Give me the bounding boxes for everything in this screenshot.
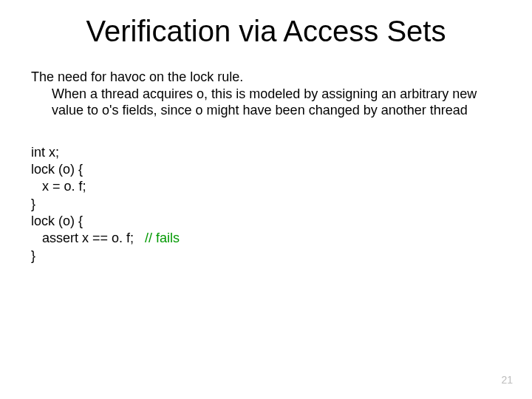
code-line-4: } bbox=[31, 196, 532, 213]
code-line-5: lock (o) { bbox=[31, 213, 532, 230]
code-line-6a: assert x == o. f; bbox=[31, 231, 145, 245]
code-line-1: int x; bbox=[31, 144, 532, 161]
code-line-7: } bbox=[31, 248, 532, 265]
intro-line-1: The need for havoc on the lock rule. bbox=[31, 69, 501, 86]
slide-title: Verification via Access Sets bbox=[0, 0, 532, 69]
code-line-3: x = o. f; bbox=[31, 178, 532, 195]
slide: Verification via Access Sets The need fo… bbox=[0, 0, 532, 399]
page-number: 21 bbox=[501, 374, 513, 386]
code-comment-fails: // fails bbox=[145, 231, 180, 245]
intro-line-2: When a thread acquires o, this is modele… bbox=[31, 86, 501, 119]
code-line-2: lock (o) { bbox=[31, 161, 532, 178]
code-line-6: assert x == o. f; // fails bbox=[31, 230, 532, 247]
body-text: The need for havoc on the lock rule. Whe… bbox=[0, 69, 532, 119]
code-block: int x; lock (o) { x = o. f; } lock (o) {… bbox=[0, 119, 532, 265]
